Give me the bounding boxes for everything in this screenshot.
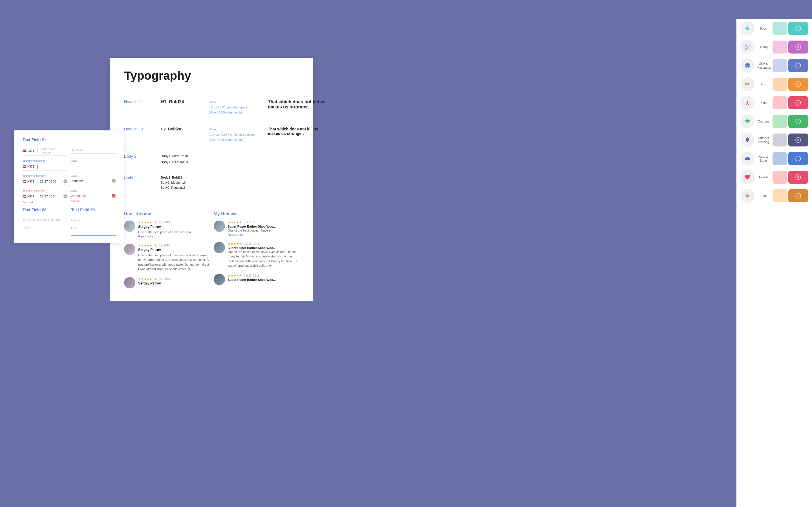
phone-label: Your phone number: [22, 159, 67, 162]
courses-color-light: [772, 115, 787, 128]
health-color-dark: ✕: [788, 171, 808, 184]
note-input[interactable]: ☺ Leave a note (optional): [22, 216, 67, 223]
typo-label-body2: Body 2: [124, 176, 158, 180]
tf-section2: Text Field #2 ☺ Leave a note (optional) …: [22, 208, 67, 236]
kids-x-circle[interactable]: ✕: [795, 100, 801, 106]
clear-button[interactable]: ●: [63, 179, 67, 183]
user-review-item-3: ★★★★★ Jul 15, 2018 Sergey Petrov: [124, 277, 209, 288]
spa-color-light: [772, 59, 787, 72]
health-color-light: [772, 171, 787, 184]
kids-colors: ✕: [772, 96, 808, 109]
label-input-2b[interactable]: [22, 230, 67, 235]
tattoo-color-dark: ✕: [788, 133, 808, 147]
courses-label: Courses: [757, 120, 770, 123]
pets-x-circle[interactable]: ✕: [795, 193, 801, 199]
read-more-link[interactable]: Read more: [138, 235, 193, 238]
review-shop: Super Puper Barber Shop Woo...: [228, 225, 276, 228]
my-review-item-3: ★★★★★ Jul 15, 2018 Super Puper Barber Sh…: [214, 274, 299, 285]
tf-row-3: Your phone number 🇱🇻 +371 | 27 27 03 03 …: [22, 174, 116, 185]
phone-input-error[interactable]: 🇱🇻 +371 | 27 27 03 0 ●: [22, 193, 67, 200]
heart-icon: [744, 174, 751, 180]
review-content: ★★★★★ Jul 15, 2018 Sergey Petrov One of …: [138, 221, 193, 238]
error-label: Your phone number: [22, 189, 67, 192]
typography-row-h1: Headline 1 H1_Bold24 24 px 0.2 px / 0.01…: [124, 94, 299, 121]
label-text: Label: [22, 226, 67, 229]
auto-color-dark: ✕: [788, 152, 808, 165]
phone-input-1[interactable]: 🇱🇻 +371 | Your phone number: [22, 146, 67, 156]
review-content: ★★★★★ Jul 15, 2018 Sergey Petrov One of …: [138, 244, 209, 272]
tattoo-color-light: [772, 133, 787, 147]
beauty-icon-circle: [741, 40, 755, 54]
review-content: ★★★★★ Jul 15, 2018 Super Puper Barber Sh…: [228, 221, 276, 236]
tf-row-4: Your phone number 🇱🇻 +371 | 27 27 03 0 ●…: [22, 189, 116, 204]
review-stars: ★★★★★: [228, 274, 242, 277]
hint-input-3[interactable]: Hint text: [71, 216, 116, 224]
clear-button[interactable]: ●: [112, 194, 116, 198]
review-stars: ★★★★★: [138, 277, 152, 281]
phone-placeholder: Your phone number: [41, 147, 67, 154]
reviews-panel: User Review ★★★★★ Jul 15, 2018 Sergey Pe…: [110, 206, 313, 301]
user-review-title: User Review: [124, 211, 209, 216]
svg-point-5: [747, 101, 748, 103]
courses-colors: ✕: [772, 115, 808, 128]
sport-x-circle[interactable]: ✕: [795, 25, 801, 31]
review-date: Jul 15, 2018: [244, 274, 260, 277]
fun-label: Fun: [757, 82, 770, 86]
phone-input-3[interactable]: 🇱🇻 +371 | 27 27 03 03 ●: [22, 178, 67, 185]
avatar: [124, 244, 135, 255]
pets-color-dark: ✕: [788, 189, 808, 202]
review-shop: Super Puper Barber Shop Woo...: [228, 246, 299, 249]
label-input-2[interactable]: [71, 163, 116, 165]
emoji-icon: ☺: [22, 217, 27, 222]
typo-specs-h1: 24 px 0.2 px / 0.01 em letter-spacing 36…: [209, 100, 265, 115]
error-message: Error text: [71, 200, 116, 203]
paw-icon: [744, 193, 751, 199]
label-input-3b[interactable]: [71, 230, 116, 236]
country-code: 🇱🇻 +371: [22, 180, 35, 183]
read-more-link[interactable]: Read more: [228, 233, 276, 236]
svg-point-7: [746, 159, 747, 161]
review-content: ★★★★★ Jul 15, 2018 Sergey Petrov: [138, 277, 170, 286]
sidebar-entry-fun: Fun ↔: [737, 75, 812, 94]
beauty-x-circle[interactable]: ✕: [795, 44, 801, 50]
clear-button[interactable]: ●: [112, 179, 116, 183]
label-input-error[interactable]: Wrong text ●: [71, 193, 116, 199]
tf-section1-title: Text Field #1: [22, 137, 116, 142]
svg-point-8: [748, 159, 749, 161]
auto-color-light: [772, 152, 787, 165]
sport-icon-circle: [741, 21, 755, 36]
location-icon: [744, 137, 751, 143]
user-review-item-2: ★★★★★ Jul 15, 2018 Sergey Petrov One of …: [124, 244, 209, 272]
spa-down-circle[interactable]: ↓: [795, 63, 801, 68]
avatar: [214, 221, 225, 232]
tf-sections-23: Text Field #2 ☺ Leave a note (optional) …: [22, 208, 116, 236]
tattoo-x-circle[interactable]: ✕: [795, 137, 801, 143]
health-icon-circle: [741, 170, 755, 184]
phone-input-2[interactable]: 🇱🇻 +371 |: [22, 163, 67, 170]
sidebar-entry-auto: Auto &Moto ✕: [737, 149, 812, 168]
sport-colors: ✕: [772, 22, 808, 35]
auto-label: Auto &Moto: [757, 155, 770, 163]
review-text: One of the best places I have e...: [228, 228, 276, 233]
review-shop: Super Puper Barber Shop Woo...: [228, 278, 276, 281]
kids-color-dark: ✕: [788, 96, 808, 109]
kids-icon: [744, 100, 751, 106]
sport-icon: [744, 25, 751, 32]
clear-button[interactable]: ●: [63, 194, 67, 198]
review-date: Jul 15, 2018: [154, 221, 170, 224]
health-x-circle[interactable]: ✕: [795, 174, 801, 180]
my-reviews-col: My Review ★★★★★ Jul 15, 2018 Super Puper…: [214, 211, 299, 294]
svg-point-10: [749, 194, 750, 195]
courses-x-circle[interactable]: ✕: [795, 119, 801, 124]
label-input-3[interactable]: Input text ●: [71, 178, 116, 184]
avatar: [124, 221, 135, 232]
typo-label-h1: Headline 1: [124, 100, 158, 104]
hint-input-1[interactable]: Hint text: [71, 146, 116, 154]
error-message: Error text: [22, 201, 67, 204]
fun-arrows-circle[interactable]: ↔: [795, 81, 801, 87]
review-stars: ★★★★★: [228, 221, 242, 224]
label-text: Label: [71, 159, 116, 162]
auto-x-circle[interactable]: ✕: [795, 156, 801, 161]
kids-label: Kids: [757, 101, 770, 105]
sidebar-entry-tattoo: Tattoo &Piercing ✕: [737, 131, 812, 149]
